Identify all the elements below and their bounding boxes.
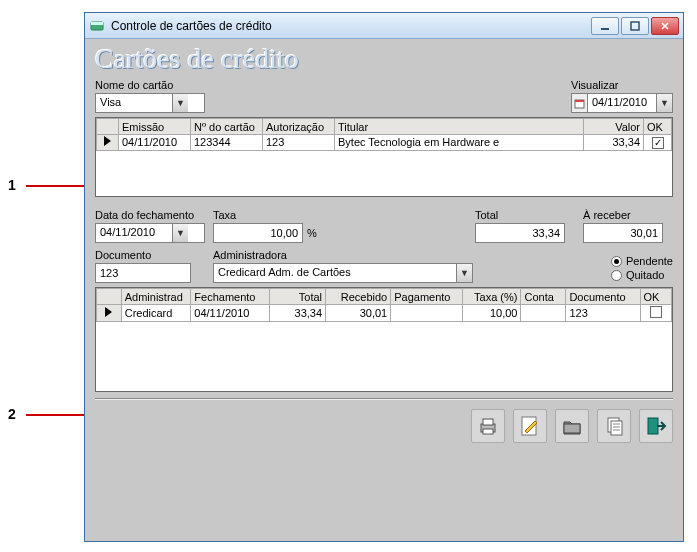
total-label: Total [475, 209, 575, 221]
svg-rect-13 [648, 418, 658, 434]
taxa-input[interactable] [213, 223, 303, 243]
status-quitado-radio[interactable]: Quitado [611, 269, 673, 281]
fechamento-label: Data do fechamento [95, 209, 205, 221]
chevron-down-icon: ▼ [172, 94, 188, 112]
svg-rect-10 [564, 424, 580, 433]
window-title: Controle de cartões de crédito [111, 19, 591, 33]
fechamento-datepicker[interactable]: 04/11/2010 ▼ [95, 223, 205, 243]
visualizar-datepicker[interactable]: 04/11/2010 ▼ [571, 93, 673, 113]
page-title: Cartões de crédito [95, 45, 673, 73]
table-row[interactable]: 04/11/2010 123344 123 Bytec Tecnologia e… [97, 135, 672, 151]
transactions-grid[interactable]: Emissão Nº do cartão Autorização Titular… [95, 117, 673, 197]
table-header: Emissão Nº do cartão Autorização Titular… [97, 119, 672, 135]
folder-button[interactable] [555, 409, 589, 443]
window: Controle de cartões de crédito Cartões d… [84, 12, 684, 542]
documento-input[interactable] [95, 263, 191, 283]
documento-label: Documento [95, 249, 205, 261]
toolbar [95, 409, 673, 443]
svg-rect-5 [575, 100, 584, 102]
annotation-1: 1 [8, 177, 16, 193]
svg-rect-12 [611, 421, 622, 435]
receber-input[interactable] [583, 223, 663, 243]
chevron-down-icon: ▼ [656, 94, 672, 112]
calendar-icon [572, 94, 588, 112]
total-input[interactable] [475, 223, 565, 243]
svg-rect-1 [91, 22, 103, 25]
svg-rect-3 [631, 22, 639, 30]
app-icon [89, 18, 105, 34]
row-indicator-icon [97, 135, 119, 151]
chevron-down-icon: ▼ [172, 224, 188, 242]
pencil-icon [519, 415, 541, 437]
exit-button[interactable] [639, 409, 673, 443]
documents-button[interactable] [597, 409, 631, 443]
documents-icon [603, 415, 625, 437]
minimize-button[interactable] [591, 17, 619, 35]
separator [95, 398, 673, 399]
visualizar-label: Visualizar [571, 79, 673, 91]
chevron-down-icon: ▼ [456, 264, 472, 282]
exit-icon [645, 415, 667, 437]
edit-button[interactable] [513, 409, 547, 443]
nome-cartao-label: Nome do cartão [95, 79, 205, 91]
payments-grid[interactable]: Administrad Fechamento Total Recebido Pa… [95, 287, 673, 392]
titlebar[interactable]: Controle de cartões de crédito [85, 13, 683, 39]
printer-icon [477, 415, 499, 437]
print-button[interactable] [471, 409, 505, 443]
table-header: Administrad Fechamento Total Recebido Pa… [97, 289, 672, 305]
annotation-2: 2 [8, 406, 16, 422]
visualizar-value: 04/11/2010 [588, 94, 656, 112]
administradora-label: Administradora [213, 249, 603, 261]
receber-label: À receber [583, 209, 673, 221]
table-row[interactable]: Credicard 04/11/2010 33,34 30,01 10,00 1… [97, 305, 672, 322]
nome-cartao-value: Visa [96, 94, 172, 112]
ok-checkbox[interactable] [650, 306, 662, 318]
ok-checkbox[interactable]: ✓ [652, 137, 664, 149]
taxa-unit: % [307, 227, 317, 239]
nome-cartao-combo[interactable]: Visa ▼ [95, 93, 205, 113]
administradora-combo[interactable]: Credicard Adm. de Cartões ▼ [213, 263, 473, 283]
taxa-label: Taxa [213, 209, 343, 221]
row-indicator-icon [97, 305, 122, 322]
radio-icon [611, 270, 622, 281]
svg-rect-8 [483, 429, 493, 434]
svg-rect-2 [601, 28, 609, 30]
svg-rect-7 [483, 419, 493, 425]
maximize-button[interactable] [621, 17, 649, 35]
close-button[interactable] [651, 17, 679, 35]
folder-icon [561, 415, 583, 437]
radio-icon [611, 256, 622, 267]
status-pendente-radio[interactable]: Pendente [611, 255, 673, 267]
